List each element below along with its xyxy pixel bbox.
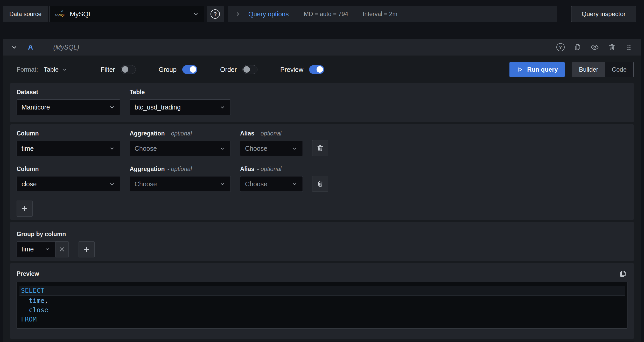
svg-text:My: My xyxy=(55,13,59,17)
group-by-column-select[interactable]: time xyxy=(17,241,55,257)
order-toggle-label: Order xyxy=(220,66,237,73)
hide-response-eye-icon[interactable] xyxy=(590,43,599,52)
dataset-table-section: Dataset Manticore Table btc_usd_trading xyxy=(10,83,634,122)
column-row: Column time Aggregation - optional Cho xyxy=(17,130,627,156)
toggle-group-row: Filter Group Order Preview xyxy=(101,65,324,74)
mode-builder[interactable]: Builder xyxy=(572,62,605,77)
plus-icon xyxy=(21,205,29,213)
indent-guide xyxy=(21,296,21,324)
aggregation-select[interactable]: Choose xyxy=(130,141,231,156)
chevron-right-icon xyxy=(234,11,241,17)
query-toolbar: Format: Table Filter Group Order xyxy=(7,56,637,83)
table-label: Table xyxy=(130,89,231,96)
duplicate-query-icon[interactable] xyxy=(573,43,582,52)
alias-field: Alias - optional Choose xyxy=(240,130,303,156)
chevron-down-icon xyxy=(219,104,226,111)
query-datasource-hint: (MySQL) xyxy=(53,44,79,51)
order-toggle[interactable] xyxy=(242,65,257,74)
preview-toggle-group: Preview xyxy=(280,65,324,74)
column-field: Column close xyxy=(17,166,120,192)
filter-toggle[interactable] xyxy=(121,65,136,74)
mysql-logo-icon: My SQL. xyxy=(54,10,66,18)
interval-value: Interval = 2m xyxy=(363,11,397,18)
help-icon[interactable]: ? xyxy=(556,43,565,52)
mode-code[interactable]: Code xyxy=(605,62,633,77)
filter-toggle-group: Filter xyxy=(101,65,136,74)
collapse-chevron-icon[interactable] xyxy=(10,43,18,51)
datasource-picker[interactable]: My SQL. MySQL xyxy=(49,6,204,22)
chevron-down-icon xyxy=(219,145,226,152)
sql-line: close xyxy=(17,305,627,315)
remove-column-button[interactable] xyxy=(312,176,328,192)
group-by-label: Group by column xyxy=(17,231,627,238)
column-field: Column time xyxy=(17,130,120,156)
toolbar-right: Run query Builder Code xyxy=(509,62,634,77)
query-inspector-button[interactable]: Query inspector xyxy=(571,6,636,22)
columns-section: Column time Aggregation - optional Cho xyxy=(10,124,634,220)
query-row-actions: ? xyxy=(556,43,634,52)
table-select[interactable]: btc_usd_trading xyxy=(130,99,231,115)
table-field: Table btc_usd_trading xyxy=(130,89,231,115)
query-options-link[interactable]: Query options xyxy=(248,10,289,18)
remove-column-button[interactable] xyxy=(312,140,328,156)
query-editor-card: A (MySQL) ? xyxy=(3,39,641,342)
alias-select[interactable]: Choose xyxy=(240,141,303,156)
trash-icon xyxy=(316,144,324,152)
query-ref-id[interactable]: A xyxy=(28,43,33,51)
preview-toggle[interactable] xyxy=(309,65,324,74)
trash-icon xyxy=(316,180,324,188)
chevron-down-icon xyxy=(291,181,298,187)
chevron-down-icon xyxy=(219,181,226,187)
chevron-down-icon xyxy=(291,145,298,152)
aggregation-label: Aggregation - optional xyxy=(130,130,231,137)
aggregation-field: Aggregation - optional Choose xyxy=(130,130,231,156)
format-label: Format: xyxy=(17,66,38,73)
preview-section: Preview SELECT time, closeFROM xyxy=(10,263,634,339)
collapsed-row-divider xyxy=(10,341,634,342)
aggregation-label: Aggregation - optional xyxy=(130,166,231,173)
play-icon xyxy=(516,66,523,73)
remove-query-trash-icon[interactable] xyxy=(607,43,617,52)
copy-sql-icon[interactable] xyxy=(619,269,627,278)
query-editor-body: Format: Table Filter Group Order xyxy=(3,56,641,342)
group-toggle-label: Group xyxy=(159,66,177,73)
add-group-by-button[interactable] xyxy=(79,241,95,257)
editor-mode-switch: Builder Code xyxy=(572,62,634,77)
group-by-section: Group by column time xyxy=(10,222,634,261)
close-icon xyxy=(59,246,65,253)
query-options-bar: Query options MD = auto = 794 Interval =… xyxy=(228,6,557,22)
plus-icon xyxy=(83,245,90,253)
column-select[interactable]: close xyxy=(17,176,120,192)
group-toggle[interactable] xyxy=(182,65,197,74)
alias-select[interactable]: Choose xyxy=(240,176,303,192)
drag-handle-icon[interactable] xyxy=(624,43,634,52)
column-select[interactable]: time xyxy=(17,141,120,156)
alias-field: Alias - optional Choose xyxy=(240,166,303,192)
remove-group-by-button[interactable] xyxy=(55,241,69,257)
alias-label: Alias - optional xyxy=(240,166,303,173)
sql-line: SELECT xyxy=(19,286,625,296)
query-editor-topbar: Data source My SQL. MySQL ? Query option… xyxy=(0,0,644,22)
column-row: Column close Aggregation - optional Ch xyxy=(17,166,627,192)
dataset-select[interactable]: Manticore xyxy=(17,99,120,115)
preview-toggle-label: Preview xyxy=(280,66,303,73)
chevron-down-icon xyxy=(192,10,199,18)
column-label: Column xyxy=(17,130,120,137)
aggregation-field: Aggregation - optional Choose xyxy=(130,166,231,192)
chevron-down-icon xyxy=(62,67,67,72)
svg-text:SQL.: SQL. xyxy=(59,13,66,17)
datasource-value: MySQL xyxy=(70,10,92,18)
max-data-points-value: MD = auto = 794 xyxy=(304,11,348,18)
dataset-label: Dataset xyxy=(17,89,120,96)
add-column-button[interactable] xyxy=(17,201,33,217)
aggregation-select[interactable]: Choose xyxy=(130,176,231,192)
query-row-header[interactable]: A (MySQL) ? xyxy=(3,39,641,56)
preview-label: Preview xyxy=(17,270,39,277)
order-toggle-group: Order xyxy=(220,65,257,74)
sql-line: time, xyxy=(17,296,627,305)
format-select[interactable]: Table xyxy=(44,66,67,73)
sql-preview-code: SELECT time, closeFROM xyxy=(17,282,627,329)
run-query-button[interactable]: Run query xyxy=(509,62,565,77)
dataset-field: Dataset Manticore xyxy=(17,89,120,115)
datasource-help-button[interactable]: ? xyxy=(207,6,223,22)
